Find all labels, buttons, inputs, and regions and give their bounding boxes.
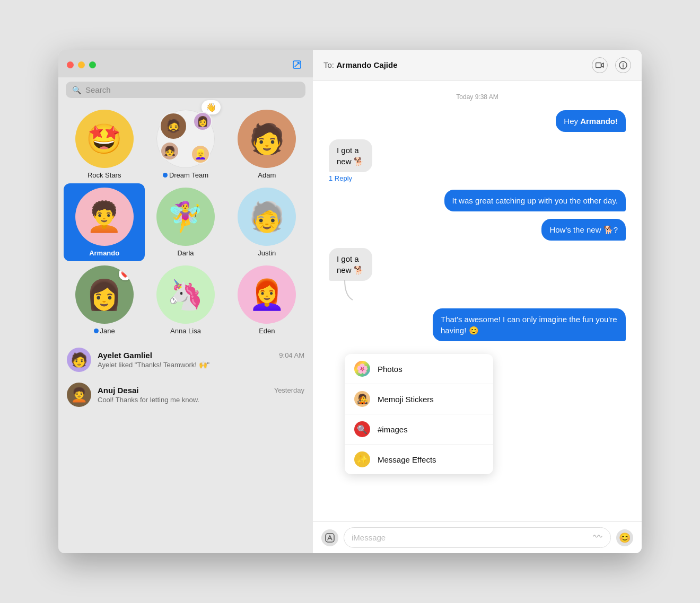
sidebar-item-dream-team[interactable]: 👋 🧔 👩 👧 👱‍♀️ Dream Team [145, 105, 226, 183]
dt-sub-3: 👧 [160, 141, 179, 161]
convo-time-ayelet: 9:04 AM [279, 351, 304, 359]
sidebar-item-jane[interactable]: 👩 ❤️ Jane [64, 261, 145, 339]
avatar-eden: 👩‍🦰 [238, 265, 296, 324]
avatar-armando: 🧑‍🦱 [75, 188, 134, 246]
fullscreen-button[interactable] [89, 61, 96, 68]
sidebar-item-anna-lisa[interactable]: 🦄 Anna Lisa [145, 261, 226, 339]
avatar-name-jane: Jane [100, 327, 115, 335]
timestamp: Today 9:38 AM [329, 93, 626, 101]
unread-dot-jane [94, 329, 99, 333]
memoji-icon: 🧑‍🎤 [354, 391, 370, 407]
message-input[interactable]: iMessage [344, 527, 611, 548]
messages-area: Today 9:38 AM Hey Armando! I got a new 🐕… [313, 81, 642, 521]
bubble-3: It was great catching up with you the ot… [444, 190, 626, 211]
avatar-grid: 🤩 Rock Stars 👋 🧔 👩 👧 👱‍♀️ [58, 105, 313, 339]
popup-label-images: #images [378, 425, 408, 434]
message-row-6: That's awesome! I can only imagine the f… [329, 308, 626, 341]
convo-preview-ayelet: Ayelet liked "Thanks! Teamwork! 🙌" [98, 361, 304, 369]
minimize-button[interactable] [78, 61, 85, 68]
sidebar: 🔍 Search 🤩 Rock Stars 👋 🧔 [58, 50, 313, 553]
avatar-name-dream-team: Dream Team [169, 171, 208, 179]
chat-header: To: Armando Cajide [313, 50, 642, 81]
sidebar-item-adam[interactable]: 🧑 Adam [226, 105, 308, 183]
chat-header-icons [592, 57, 631, 73]
popup-item-photos[interactable]: 🌸 Photos [345, 354, 493, 384]
dt-sub-1: 🧔 [160, 112, 187, 140]
popup-label-memoji: Memoji Stickers [378, 395, 434, 404]
popup-item-images[interactable]: 🔍 #images [345, 414, 493, 445]
message-row-3: It was great catching up with you the ot… [329, 190, 626, 211]
input-placeholder: iMessage [352, 533, 386, 542]
received-group-2: I got a new 🐕 1 Reply [329, 139, 396, 182]
info-button[interactable] [615, 57, 631, 73]
bubble-1: Hey Armando! [556, 110, 626, 132]
photos-icon: 🌸 [354, 361, 370, 377]
app-window: 🔍 Search 🤩 Rock Stars 👋 🧔 [58, 50, 642, 553]
convo-info-ayelet: Ayelet Gamliel 9:04 AM Ayelet liked "Tha… [98, 351, 304, 369]
reply-link-2[interactable]: 1 Reply [329, 174, 352, 182]
chat-panel: To: Armando Cajide [313, 50, 642, 553]
conversation-item-ayelet[interactable]: 🧑 Ayelet Gamliel 9:04 AM Ayelet liked "T… [58, 342, 313, 377]
sidebar-item-justin[interactable]: 🧓 Justin [226, 183, 308, 261]
popup-item-memoji[interactable]: 🧑‍🎤 Memoji Stickers [345, 384, 493, 414]
avatar-justin: 🧓 [238, 188, 296, 246]
avatar-name-darla: Darla [177, 249, 194, 257]
search-label: Search [85, 85, 111, 94]
message-row-1: Hey Armando! [329, 110, 626, 132]
conversation-item-anuj[interactable]: 🧑‍🦱 Anuj Desai Yesterday Cool! Thanks fo… [58, 377, 313, 412]
svg-rect-1 [596, 63, 601, 67]
bubble-5: I got a new 🐕 [329, 248, 372, 281]
popup-label-effects: Message Effects [378, 455, 436, 464]
video-call-button[interactable] [592, 57, 608, 73]
avatar-adam: 🧑 [238, 110, 296, 168]
dt-sub-4: 👱‍♀️ [191, 145, 210, 164]
avatar-darla: 🧚‍♀️ [156, 188, 215, 246]
popup-item-effects[interactable]: ✨ Message Effects [345, 445, 493, 474]
avatar-name-rock-stars: Rock Stars [88, 171, 121, 179]
convo-name-ayelet: Ayelet Gamliel [98, 351, 152, 360]
search-icon: 🔍 [72, 86, 81, 94]
avatar-name-anna-lisa: Anna Lisa [170, 327, 201, 335]
message-row-2: I got a new 🐕 1 Reply [329, 139, 626, 182]
unread-dot-dream-team [163, 173, 168, 178]
popup-label-photos: Photos [378, 365, 402, 374]
sidebar-item-eden[interactable]: 👩‍🦰 Eden [226, 261, 308, 339]
emoji-button[interactable]: 😊 [616, 529, 633, 546]
sidebar-item-darla[interactable]: 🧚‍♀️ Darla [145, 183, 226, 261]
convo-info-anuj: Anuj Desai Yesterday Cool! Thanks for le… [98, 386, 304, 404]
chat-header-recipient: To: Armando Cajide [323, 60, 398, 70]
heart-badge-jane: ❤️ [119, 268, 132, 280]
avatar-name-justin: Justin [258, 249, 276, 257]
avatar-jane: 👩 ❤️ [75, 265, 134, 324]
dt-sub-2: 👩 [193, 112, 212, 131]
avatar-name-adam: Adam [258, 171, 276, 179]
avatar-name-eden: Eden [259, 327, 275, 335]
avatar-anna-lisa: 🦄 [156, 265, 215, 324]
message-row-5: I got a new 🐕 [329, 248, 626, 301]
sidebar-item-armando[interactable]: 🧑‍🦱 Armando [64, 183, 145, 261]
avatar-name-row-dream-team: Dream Team [163, 171, 208, 179]
bubble-6: That's awesome! I can only imagine the f… [433, 308, 626, 341]
convo-name-row-anuj: Anuj Desai Yesterday [98, 386, 304, 395]
dream-team-group-avatar: 👋 🧔 👩 👧 👱‍♀️ [157, 110, 214, 168]
compose-button[interactable] [290, 57, 304, 72]
popup-menu: 🌸 Photos 🧑‍🎤 Memoji Stickers 🔍 #images ✨… [345, 354, 493, 474]
bubble-2: I got a new 🐕 [329, 139, 372, 172]
avatar-name-row-jane: Jane [94, 327, 115, 335]
sidebar-item-rock-stars[interactable]: 🤩 Rock Stars [64, 105, 145, 183]
effects-icon: ✨ [354, 451, 370, 467]
convo-name-anuj: Anuj Desai [98, 386, 139, 395]
svg-point-3 [623, 63, 624, 64]
app-store-button[interactable] [321, 529, 338, 546]
thread-bubble-5: I got a new 🐕 [329, 248, 396, 301]
to-label: To: [323, 60, 334, 69]
thread-line [339, 280, 355, 301]
convo-avatar-anuj: 🧑‍🦱 [67, 383, 91, 407]
recipient-name: Armando Cajide [336, 60, 397, 69]
message-row-4: How's the new 🐕? [329, 219, 626, 241]
close-button[interactable] [67, 61, 74, 68]
search-bar[interactable]: 🔍 Search [66, 82, 305, 98]
avatar-dream-team: 👋 🧔 👩 👧 👱‍♀️ [156, 110, 215, 168]
convo-name-row-ayelet: Ayelet Gamliel 9:04 AM [98, 351, 304, 360]
conversation-list: 🧑 Ayelet Gamliel 9:04 AM Ayelet liked "T… [58, 339, 313, 553]
